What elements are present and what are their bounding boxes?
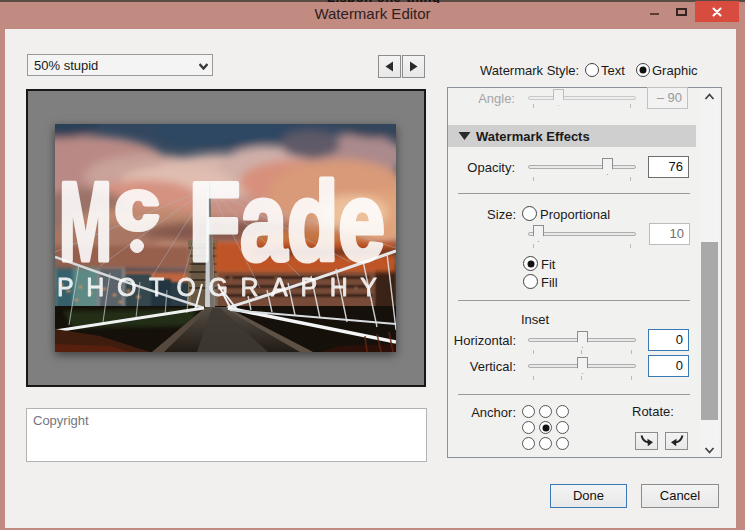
svg-text:c: c bbox=[115, 166, 159, 244]
svg-text:PHOTOGRAPHY: PHOTOGRAPHY bbox=[57, 273, 391, 301]
